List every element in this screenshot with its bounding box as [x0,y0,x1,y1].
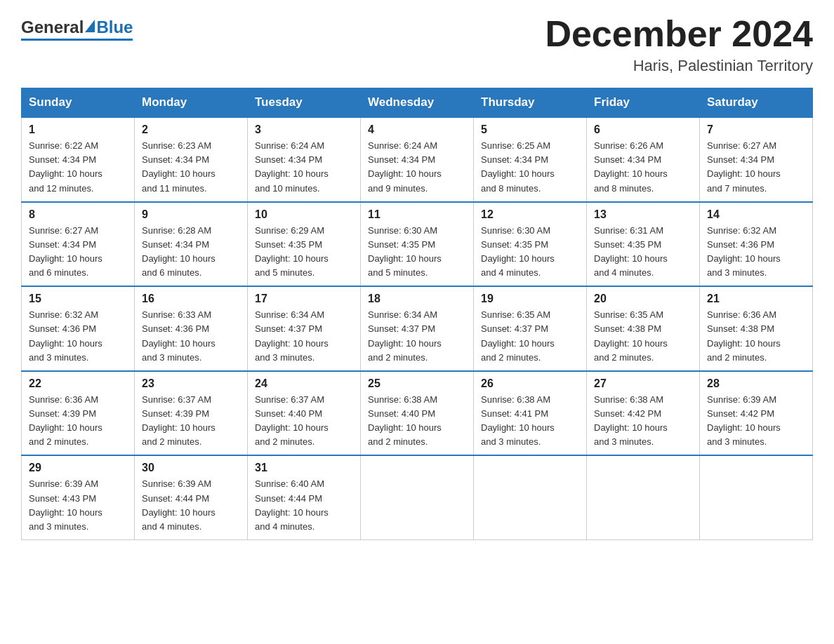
day-info: Sunrise: 6:36 AMSunset: 4:39 PMDaylight:… [29,393,127,450]
day-info: Sunrise: 6:32 AMSunset: 4:36 PMDaylight:… [29,308,127,365]
day-number: 15 [29,293,127,305]
calendar-cell: 18 Sunrise: 6:34 AMSunset: 4:37 PMDaylig… [361,286,474,371]
day-info: Sunrise: 6:22 AMSunset: 4:34 PMDaylight:… [29,139,127,196]
calendar-cell: 27 Sunrise: 6:38 AMSunset: 4:42 PMDaylig… [587,371,700,456]
calendar-week-row: 29 Sunrise: 6:39 AMSunset: 4:43 PMDaylig… [22,455,813,539]
day-number: 9 [142,208,240,221]
day-info: Sunrise: 6:26 AMSunset: 4:34 PMDaylight:… [594,139,692,196]
calendar-cell: 4 Sunrise: 6:24 AMSunset: 4:34 PMDayligh… [361,117,474,202]
calendar-cell: 23 Sunrise: 6:37 AMSunset: 4:39 PMDaylig… [135,371,248,456]
day-number: 20 [594,293,692,305]
calendar-cell: 30 Sunrise: 6:39 AMSunset: 4:44 PMDaylig… [135,455,248,539]
header-saturday: Saturday [700,88,813,118]
day-info: Sunrise: 6:36 AMSunset: 4:38 PMDaylight:… [707,308,805,365]
calendar-cell: 11 Sunrise: 6:30 AMSunset: 4:35 PMDaylig… [361,202,474,287]
calendar-cell [700,455,813,539]
logo-underline [21,39,133,41]
logo-general-text: General [21,18,84,37]
day-number: 19 [481,293,579,305]
calendar-cell: 9 Sunrise: 6:28 AMSunset: 4:34 PMDayligh… [135,202,248,287]
calendar-cell: 7 Sunrise: 6:27 AMSunset: 4:34 PMDayligh… [700,117,813,202]
day-number: 14 [707,208,805,221]
day-info: Sunrise: 6:28 AMSunset: 4:34 PMDaylight:… [142,224,240,281]
day-info: Sunrise: 6:31 AMSunset: 4:35 PMDaylight:… [594,224,692,281]
page-header: General Blue December 2024 Haris, Palest… [21,14,813,75]
calendar-week-row: 15 Sunrise: 6:32 AMSunset: 4:36 PMDaylig… [22,286,813,371]
day-number: 23 [142,377,240,390]
day-number: 27 [594,377,692,390]
calendar-cell: 25 Sunrise: 6:38 AMSunset: 4:40 PMDaylig… [361,371,474,456]
calendar-cell: 26 Sunrise: 6:38 AMSunset: 4:41 PMDaylig… [474,371,587,456]
day-number: 31 [255,462,353,474]
day-info: Sunrise: 6:39 AMSunset: 4:43 PMDaylight:… [29,477,127,534]
calendar-cell: 17 Sunrise: 6:34 AMSunset: 4:37 PMDaylig… [248,286,361,371]
day-number: 21 [707,293,805,305]
calendar-cell: 6 Sunrise: 6:26 AMSunset: 4:34 PMDayligh… [587,117,700,202]
day-number: 24 [255,377,353,390]
day-number: 12 [481,208,579,221]
day-number: 17 [255,293,353,305]
day-info: Sunrise: 6:23 AMSunset: 4:34 PMDaylight:… [142,139,240,196]
day-number: 4 [368,123,466,136]
day-number: 8 [29,208,127,221]
day-number: 16 [142,293,240,305]
header-thursday: Thursday [474,88,587,118]
calendar-cell: 10 Sunrise: 6:29 AMSunset: 4:35 PMDaylig… [248,202,361,287]
day-info: Sunrise: 6:25 AMSunset: 4:34 PMDaylight:… [481,139,579,196]
day-number: 28 [707,377,805,390]
calendar-week-row: 22 Sunrise: 6:36 AMSunset: 4:39 PMDaylig… [22,371,813,456]
day-info: Sunrise: 6:39 AMSunset: 4:44 PMDaylight:… [142,477,240,534]
calendar-week-row: 1 Sunrise: 6:22 AMSunset: 4:34 PMDayligh… [22,117,813,202]
calendar-cell: 5 Sunrise: 6:25 AMSunset: 4:34 PMDayligh… [474,117,587,202]
header-monday: Monday [135,88,248,118]
calendar-cell: 19 Sunrise: 6:35 AMSunset: 4:37 PMDaylig… [474,286,587,371]
calendar-cell: 13 Sunrise: 6:31 AMSunset: 4:35 PMDaylig… [587,202,700,287]
calendar-cell [474,455,587,539]
calendar-cell: 24 Sunrise: 6:37 AMSunset: 4:40 PMDaylig… [248,371,361,456]
day-info: Sunrise: 6:27 AMSunset: 4:34 PMDaylight:… [707,139,805,196]
calendar-cell: 3 Sunrise: 6:24 AMSunset: 4:34 PMDayligh… [248,117,361,202]
day-number: 13 [594,208,692,221]
day-info: Sunrise: 6:24 AMSunset: 4:34 PMDaylight:… [368,139,466,196]
day-info: Sunrise: 6:27 AMSunset: 4:34 PMDaylight:… [29,224,127,281]
calendar-cell: 28 Sunrise: 6:39 AMSunset: 4:42 PMDaylig… [700,371,813,456]
calendar-cell [587,455,700,539]
day-number: 6 [594,123,692,136]
day-info: Sunrise: 6:38 AMSunset: 4:42 PMDaylight:… [594,393,692,450]
calendar-cell: 8 Sunrise: 6:27 AMSunset: 4:34 PMDayligh… [22,202,135,287]
title-area: December 2024 Haris, Palestinian Territo… [545,14,813,75]
calendar-cell: 2 Sunrise: 6:23 AMSunset: 4:34 PMDayligh… [135,117,248,202]
day-number: 29 [29,462,127,474]
day-info: Sunrise: 6:32 AMSunset: 4:36 PMDaylight:… [707,224,805,281]
calendar-cell: 14 Sunrise: 6:32 AMSunset: 4:36 PMDaylig… [700,202,813,287]
day-info: Sunrise: 6:37 AMSunset: 4:39 PMDaylight:… [142,393,240,450]
day-number: 11 [368,208,466,221]
calendar-cell: 1 Sunrise: 6:22 AMSunset: 4:34 PMDayligh… [22,117,135,202]
month-title: December 2024 [545,14,813,54]
logo-triangle-icon [85,20,95,32]
day-number: 1 [29,123,127,136]
day-info: Sunrise: 6:37 AMSunset: 4:40 PMDaylight:… [255,393,353,450]
day-number: 10 [255,208,353,221]
day-info: Sunrise: 6:35 AMSunset: 4:38 PMDaylight:… [594,308,692,365]
day-number: 18 [368,293,466,305]
header-sunday: Sunday [22,88,135,118]
day-info: Sunrise: 6:35 AMSunset: 4:37 PMDaylight:… [481,308,579,365]
calendar-cell: 20 Sunrise: 6:35 AMSunset: 4:38 PMDaylig… [587,286,700,371]
day-info: Sunrise: 6:39 AMSunset: 4:42 PMDaylight:… [707,393,805,450]
calendar-cell: 12 Sunrise: 6:30 AMSunset: 4:35 PMDaylig… [474,202,587,287]
day-info: Sunrise: 6:40 AMSunset: 4:44 PMDaylight:… [255,477,353,534]
logo-blue-text: Blue [96,18,133,37]
calendar-table: SundayMondayTuesdayWednesdayThursdayFrid… [21,88,813,540]
location-subtitle: Haris, Palestinian Territory [545,57,813,75]
day-info: Sunrise: 6:30 AMSunset: 4:35 PMDaylight:… [368,224,466,281]
day-info: Sunrise: 6:34 AMSunset: 4:37 PMDaylight:… [255,308,353,365]
day-info: Sunrise: 6:38 AMSunset: 4:40 PMDaylight:… [368,393,466,450]
calendar-cell: 15 Sunrise: 6:32 AMSunset: 4:36 PMDaylig… [22,286,135,371]
calendar-cell: 21 Sunrise: 6:36 AMSunset: 4:38 PMDaylig… [700,286,813,371]
day-number: 26 [481,377,579,390]
day-number: 30 [142,462,240,474]
calendar-week-row: 8 Sunrise: 6:27 AMSunset: 4:34 PMDayligh… [22,202,813,287]
header-tuesday: Tuesday [248,88,361,118]
day-number: 3 [255,123,353,136]
